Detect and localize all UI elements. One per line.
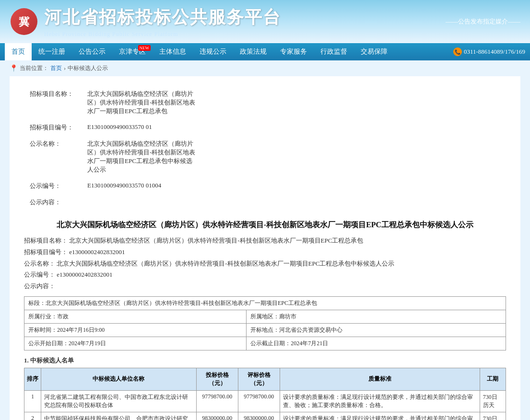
location-pin-icon: 📍	[10, 64, 18, 72]
meta-line-4: 公示编号： e13000002402832001	[24, 270, 506, 280]
result-section-title: 1. 中标候选人名单	[24, 356, 506, 365]
phone-icon: 📞	[453, 47, 462, 56]
nav-jingtin[interactable]: 京津专区 NEW	[112, 43, 153, 60]
article-title: 北京大兴国际机场临空经济区（廊坊片区）供水特许经营项目-科技创新区地表水厂一期项…	[24, 220, 506, 230]
data-cell-industry: 所属行业：市政	[24, 310, 247, 323]
info-label-content: 公示内容：	[24, 194, 82, 210]
info-label-name: 招标项目名称：	[24, 86, 82, 119]
announcement-banner: ——公告发布指定媒介——	[446, 17, 520, 26]
info-value-notice-code: E13010009490033570 01004	[82, 178, 506, 194]
data-row-time: 开标时间：2024年7月16日9:00 开标地点：河北省公共资源交易中心	[24, 323, 506, 337]
col-quality: 质量标准	[280, 368, 480, 390]
nav-expert[interactable]: 专家服务	[273, 43, 314, 60]
breadcrumb-separator: ›	[64, 65, 66, 72]
nav-announcement[interactable]: 公告公示	[72, 43, 112, 60]
result-eval-1: 97798700.00	[238, 390, 280, 412]
nav-violation[interactable]: 违规公示	[193, 43, 233, 60]
main-content: 招标项目名称： 北京大兴国际机场临空经济区（廊坊片区）供水特许经营项目-科技创新…	[10, 76, 520, 420]
breadcrumb-home[interactable]: 首页	[50, 64, 62, 72]
meta-line-1: 招标项目名称： 北京大兴国际机场临空经济区（廊坊片区）供水特许经营项目-科技创新…	[24, 236, 506, 246]
result-rank-1: 1	[24, 390, 41, 412]
data-table: 标段：北京大兴国际机场临空经济区（廊坊片区）供水特许经营项目-科技创新区地表水厂…	[24, 296, 506, 350]
result-bid-2: 98300000.00	[196, 412, 238, 420]
col-duration: 工期	[480, 368, 506, 390]
info-row-notice-name: 公示名称： 北京大兴国际机场临空经济区（廊坊片区）供水特许经营项目-科技创新区地…	[24, 136, 506, 178]
result-quality-1: 设计要求的质量标准：满足现行设计规范的要求，并通过相关部门的综合审查、验收；施工…	[280, 390, 480, 412]
result-bid-1: 97798700.00	[196, 390, 238, 412]
data-cell-end-date: 公示截止日期：2024年7月21日	[247, 337, 506, 350]
info-label-notice-name: 公示名称：	[24, 136, 82, 178]
info-table: 招标项目名称： 北京大兴国际机场临空经济区（廊坊片区）供水特许经营项目-科技创新…	[24, 86, 506, 210]
info-value-code: E13010009490033570 01	[82, 119, 506, 136]
info-row-name: 招标项目名称： 北京大兴国际机场临空经济区（廊坊片区）供水特许经营项目-科技创新…	[24, 86, 506, 119]
col-name: 中标候选人单位名称	[41, 368, 197, 390]
data-row-date: 公示开始日期：2024年7月19日 公示截止日期：2024年7月21日	[24, 337, 506, 350]
nav-home[interactable]: 首页	[5, 43, 32, 60]
meta-line-5: 公示内容：	[24, 281, 506, 292]
breadcrumb-current: 中标候选人公示	[68, 64, 108, 72]
data-cell-open-location: 开标地点：河北省公共资源交易中心	[247, 323, 506, 337]
data-cell-start-date: 公示开始日期：2024年7月19日	[24, 337, 247, 350]
logo-area: 冀 河北省招标投标公共服务平台 Hebei Province Bidding P…	[10, 6, 281, 38]
meta-line-2: 招标项目编号： e13000002402832001	[24, 247, 506, 257]
data-row-header: 标段：北京大兴国际机场临空经济区（廊坊片区）供水特许经营项目-科技创新区地表水厂…	[24, 296, 506, 310]
info-label-code: 招标项目编号：	[24, 119, 82, 136]
header-text: 河北省招标投标公共服务平台 Hebei Province Bidding Pub…	[44, 6, 281, 38]
result-row-1: 1 河北省第二建筑工程有限公司、中国市政工程东北设计研究总院有限公司投标联合体 …	[24, 390, 506, 412]
meta-value-2: e13000002402832001	[69, 248, 125, 256]
col-eval-price: 评标价格（元）	[238, 368, 280, 390]
result-row-2: 2 中节能国祯环保科技股份有限公司、合肥市市政设计研究总院有限公司投标联合体 9…	[24, 412, 506, 420]
nav-bar: 首页 统一注册 公告公示 京津专区 NEW 主体信息 违规公示 政策法规 专家服…	[0, 43, 530, 60]
result-table-header: 排序 中标候选人单位名称 投标价格（元） 评标价格（元） 质量标准 工期	[24, 368, 506, 390]
meta-value-4: e13000002402832001	[57, 271, 112, 278]
site-title-cn: 河北省招标投标公共服务平台	[44, 6, 281, 29]
result-table: 排序 中标候选人单位名称 投标价格（元） 评标价格（元） 质量标准 工期 1 河…	[24, 368, 506, 420]
meta-value-1: 北京大兴国际机场临空经济区（廊坊片区）供水特许经营项目-科技创新区地表水厂一期项…	[69, 237, 363, 244]
result-eval-2: 98300000.00	[238, 412, 280, 420]
info-row-code: 招标项目编号： E13010009490033570 01	[24, 119, 506, 136]
nav-register[interactable]: 统一注册	[32, 43, 72, 60]
meta-label-2: 招标项目编号：	[24, 248, 68, 256]
meta-value-3: 北京大兴国际机场临空经济区（廊坊片区）供水特许经营项目-科技创新区地表水厂一期项…	[57, 260, 394, 267]
meta-label-3: 公示名称：	[24, 260, 55, 267]
info-value-notice-name: 北京大兴国际机场临空经济区（廊坊片区）供水特许经营项目-科技创新区地表水厂一期项…	[82, 136, 506, 178]
meta-line-3: 公示名称： 北京大兴国际机场临空经济区（廊坊片区）供水特许经营项目-科技创新区地…	[24, 259, 506, 269]
info-row-content: 公示内容：	[24, 194, 506, 210]
nav-supervision[interactable]: 行政监督	[314, 43, 354, 60]
data-cell-region: 所属地区：廊坊市	[247, 310, 506, 323]
meta-label-4: 公示编号：	[24, 271, 55, 278]
meta-label-1: 招标项目名称：	[24, 237, 68, 244]
data-row-industry: 所属行业：市政 所属地区：廊坊市	[24, 310, 506, 323]
result-name-2: 中节能国祯环保科技股份有限公司、合肥市市政设计研究总院有限公司投标联合体	[41, 412, 197, 420]
info-label-notice-code: 公示编号：	[24, 178, 82, 194]
col-rank: 排序	[24, 368, 41, 390]
result-quality-2: 设计要求的质量标准：满足现行设计规范的要求，并通过相关部门的综合审查、验收；施工…	[280, 412, 480, 420]
nav-phone: 📞 0311-88614089/176/169	[453, 47, 525, 56]
col-bid-price: 投标价格（元）	[196, 368, 238, 390]
result-rank-2: 2	[24, 412, 41, 420]
svg-text:冀: 冀	[19, 16, 30, 28]
nav-policy[interactable]: 政策法规	[233, 43, 273, 60]
data-cell-segment: 标段：北京大兴国际机场临空经济区（廊坊片区）供水特许经营项目-科技创新区地表水厂…	[24, 296, 506, 310]
logo-icon: 冀	[10, 7, 38, 36]
result-duration-1: 730日历天	[480, 390, 506, 412]
info-value-name: 北京大兴国际机场临空经济区（廊坊片区）供水特许经营项目-科技创新区地表水厂一期项…	[82, 86, 506, 119]
info-value-content	[82, 194, 506, 210]
site-title-en: Hebei Province Bidding Public Service Pl…	[44, 31, 281, 38]
info-row-notice-code: 公示编号： E13010009490033570 01004	[24, 178, 506, 194]
nav-trade[interactable]: 交易保障	[354, 43, 394, 60]
data-cell-open-time: 开标时间：2024年7月16日9:00	[24, 323, 247, 337]
result-duration-2: 730日历天	[480, 412, 506, 420]
breadcrumb: 📍 当前位置： 首页 › 中标候选人公示	[0, 60, 530, 76]
nav-subject[interactable]: 主体信息	[153, 43, 193, 60]
header: 冀 河北省招标投标公共服务平台 Hebei Province Bidding P…	[0, 0, 530, 43]
result-name-1: 河北省第二建筑工程有限公司、中国市政工程东北设计研究总院有限公司投标联合体	[41, 390, 197, 412]
new-badge: NEW	[138, 45, 151, 51]
